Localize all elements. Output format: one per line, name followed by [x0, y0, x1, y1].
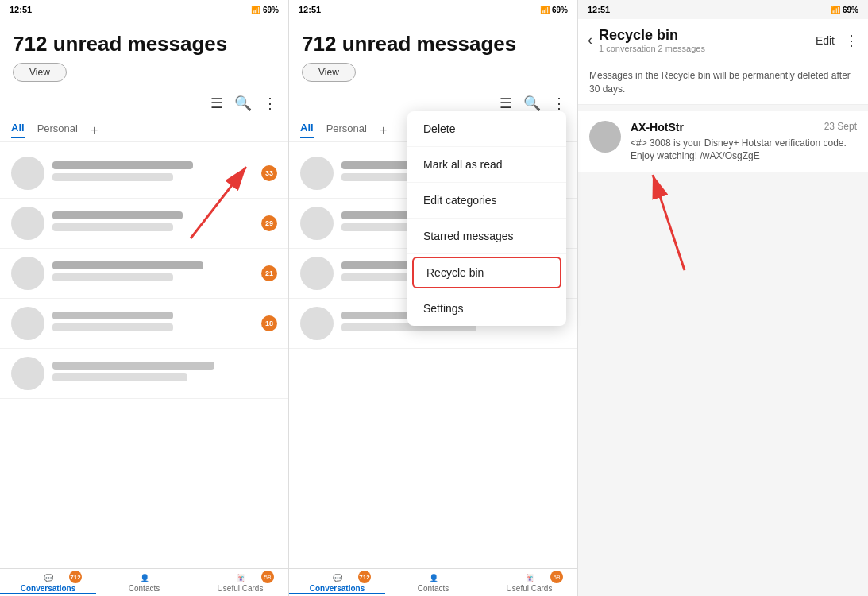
tab-all-1[interactable]: All [11, 122, 25, 138]
avatar [300, 157, 334, 190]
message-preview: <#> 3008 is your Disney+ Hotstar verific… [631, 137, 857, 164]
list-item[interactable]: 18 [0, 299, 288, 349]
time-2: 12:51 [299, 5, 321, 14]
conversations-icon-1: 💬 [44, 574, 53, 582]
status-icons-1: 📶 69% [251, 6, 279, 14]
dropdown-menu: Delete Mark all as read Edit categories … [407, 111, 566, 326]
recycle-title: Recycle bin [599, 27, 809, 44]
status-bar-3: 12:51 📶 69% [578, 0, 868, 19]
time-3: 12:51 [588, 5, 610, 14]
message-list-1: 33 29 21 [0, 142, 288, 568]
list-item[interactable]: 29 [0, 199, 288, 249]
avatar [11, 157, 44, 190]
panel-1: 12:51 📶 69% 712 unread messages View ☰ 🔍… [0, 0, 289, 596]
contacts-icon-2: 👤 [429, 574, 438, 582]
avatar [11, 257, 44, 290]
bottom-nav-1: 💬 Conversations 712 👤 Contacts 🃏 Useful … [0, 568, 288, 596]
edit-button[interactable]: Edit [816, 34, 835, 47]
filter-icon-2[interactable]: ☰ [500, 95, 512, 112]
more-options-button[interactable]: ⋮ [844, 32, 858, 49]
recycle-notice: Messages in the Recycle bin will be perm… [578, 61, 868, 105]
tab-personal-2[interactable]: Personal [326, 122, 367, 137]
dropdown-edit-categories[interactable]: Edit categories [407, 183, 566, 219]
cards-icon-1: 🃏 [236, 574, 245, 582]
dropdown-settings[interactable]: Settings [407, 291, 566, 326]
unread-header-2: 712 unread messages View [289, 19, 577, 88]
search-icon-2[interactable]: 🔍 [523, 95, 541, 112]
avatar [300, 207, 334, 240]
unread-header-1: 712 unread messages View [0, 19, 288, 88]
avatar [11, 207, 44, 240]
arrow-panel3 [605, 159, 748, 286]
more-icon-1[interactable]: ⋮ [263, 95, 277, 112]
message-sender: AX-HotStr [631, 121, 684, 134]
status-bar-2: 12:51 📶 69% [289, 0, 577, 19]
tab-personal-1[interactable]: Personal [37, 122, 78, 137]
list-item[interactable]: 21 [0, 249, 288, 299]
unread-title-2: 712 unread messages [302, 32, 565, 56]
search-icon-1[interactable]: 🔍 [234, 95, 252, 112]
contacts-icon-1: 👤 [140, 574, 149, 582]
panel-2: 12:51 📶 69% 712 unread messages View ☰ 🔍… [289, 0, 578, 596]
status-icons-3: 📶 69% [831, 6, 858, 14]
cards-icon-2: 🃏 [525, 574, 534, 582]
panel-3: 12:51 📶 69% ‹ Recycle bin 1 conversation… [578, 0, 868, 596]
dropdown-delete[interactable]: Delete [407, 111, 566, 147]
filter-icon-1[interactable]: ☰ [210, 95, 223, 112]
nav-conversations-2[interactable]: 💬 Conversations 712 [289, 574, 385, 594]
add-tab-icon-2[interactable]: + [380, 123, 387, 137]
status-icons-2: 📶 69% [540, 6, 568, 14]
nav-conversations-1[interactable]: 💬 Conversations 712 [0, 574, 96, 594]
svg-line-5 [653, 175, 685, 270]
dropdown-mark-read[interactable]: Mark all as read [407, 147, 566, 183]
avatar [300, 307, 334, 340]
avatar [300, 257, 334, 290]
unread-title-1: 712 unread messages [13, 32, 276, 56]
recycle-subtitle: 1 conversation 2 messages [599, 44, 809, 53]
nav-useful-cards-2[interactable]: 🃏 Useful Cards 58 [481, 574, 577, 594]
recycle-header: ‹ Recycle bin 1 conversation 2 messages … [578, 19, 868, 61]
nav-contacts-2[interactable]: 👤 Contacts [385, 574, 481, 594]
avatar [11, 357, 44, 390]
avatar [11, 307, 44, 340]
nav-useful-cards-1[interactable]: 🃏 Useful Cards 58 [192, 574, 288, 594]
tabs-bar-1: All Personal + [0, 118, 288, 142]
list-item[interactable] [0, 349, 288, 399]
more-icon-2[interactable]: ⋮ [552, 95, 566, 112]
list-item[interactable]: 33 [0, 149, 288, 199]
time-1: 12:51 [10, 5, 32, 14]
add-tab-icon-1[interactable]: + [91, 123, 98, 137]
tab-all-2[interactable]: All [300, 122, 314, 138]
bottom-nav-2: 💬 Conversations 712 👤 Contacts 🃏 Useful … [289, 568, 577, 596]
status-bar-1: 12:51 📶 69% [0, 0, 288, 19]
dropdown-recycle-bin[interactable]: Recycle bin [412, 257, 561, 288]
conversations-icon-2: 💬 [333, 574, 342, 582]
nav-contacts-1[interactable]: 👤 Contacts [96, 574, 192, 594]
message-date: 23 Sept [824, 121, 857, 134]
toolbar-1: ☰ 🔍 ⋮ [0, 88, 288, 118]
message-item[interactable]: AX-HotStr 23 Sept <#> 3008 is your Disne… [578, 111, 868, 173]
view-button-1[interactable]: View [13, 63, 67, 82]
back-button[interactable]: ‹ [588, 32, 592, 48]
message-avatar [589, 121, 621, 153]
view-button-2[interactable]: View [302, 63, 356, 82]
dropdown-starred[interactable]: Starred messages [407, 219, 566, 254]
